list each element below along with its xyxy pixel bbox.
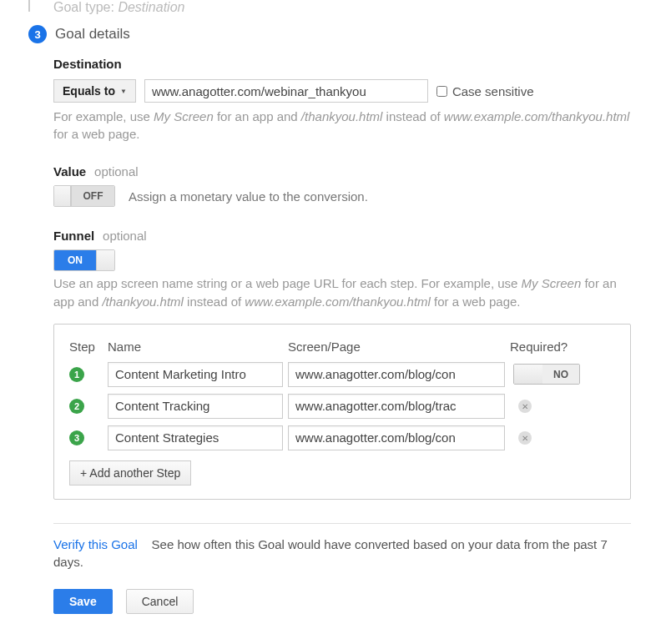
col-page: Screen/Page bbox=[288, 340, 505, 355]
save-button[interactable]: Save bbox=[53, 589, 113, 614]
chevron-down-icon: ▼ bbox=[120, 88, 127, 95]
value-label: Value bbox=[53, 164, 86, 179]
funnel-step-page-input[interactable] bbox=[288, 394, 505, 419]
step-header: 3 Goal details bbox=[10, 22, 656, 52]
funnel-hint: Use an app screen name string or a web p… bbox=[53, 274, 631, 311]
required-toggle[interactable]: NO bbox=[513, 364, 580, 385]
value-toggle[interactable]: OFF bbox=[53, 185, 115, 207]
funnel-step-name-input[interactable] bbox=[108, 394, 283, 419]
funnel-optional: optional bbox=[103, 229, 147, 243]
funnel-step-badge: 2 bbox=[69, 399, 84, 414]
remove-step-icon[interactable]: ✕ bbox=[518, 400, 532, 413]
remove-step-icon[interactable]: ✕ bbox=[518, 431, 532, 445]
funnel-toggle-label: ON bbox=[54, 250, 96, 270]
step-title: Goal details bbox=[55, 26, 130, 43]
funnel-step-page-input[interactable] bbox=[288, 425, 505, 450]
divider bbox=[53, 523, 631, 524]
funnel-step-page-input[interactable] bbox=[288, 362, 505, 387]
value-description: Assign a monetary value to the conversio… bbox=[129, 189, 368, 204]
cancel-button[interactable]: Cancel bbox=[126, 589, 194, 614]
step-number-badge: 3 bbox=[28, 25, 47, 43]
col-step: Step bbox=[69, 340, 103, 355]
toggle-handle bbox=[514, 365, 542, 384]
required-toggle-label: NO bbox=[542, 365, 579, 384]
funnel-step-name-input[interactable] bbox=[108, 362, 283, 387]
destination-url-input[interactable] bbox=[144, 79, 428, 103]
prev-step-value: Destination bbox=[118, 0, 184, 14]
value-optional: optional bbox=[94, 164, 139, 179]
previous-step-summary: Goal type: Destination bbox=[10, 0, 656, 22]
add-step-button[interactable]: + Add another Step bbox=[69, 460, 191, 486]
match-type-dropdown[interactable]: Equals to ▼ bbox=[53, 79, 136, 103]
funnel-toggle[interactable]: ON bbox=[53, 249, 115, 271]
funnel-step-badge: 3 bbox=[69, 430, 84, 445]
case-sensitive-checkbox[interactable] bbox=[436, 86, 447, 97]
value-toggle-label: OFF bbox=[71, 186, 114, 206]
funnel-step-name-input[interactable] bbox=[108, 425, 283, 450]
stepper-connector bbox=[28, 0, 30, 12]
destination-hint: For example, use My Screen for an app an… bbox=[53, 108, 631, 143]
funnel-steps-box: Step Name Screen/Page Required? 1 NO bbox=[53, 324, 631, 500]
col-required: Required? bbox=[510, 340, 585, 355]
verify-goal-link[interactable]: Verify this Goal bbox=[53, 537, 138, 551]
destination-heading: Destination bbox=[53, 57, 631, 71]
toggle-handle bbox=[96, 250, 114, 270]
case-sensitive-label: Case sensitive bbox=[452, 84, 534, 98]
col-name: Name bbox=[108, 340, 283, 355]
toggle-handle bbox=[54, 186, 71, 206]
match-type-label: Equals to bbox=[63, 84, 115, 98]
funnel-label: Funnel bbox=[53, 229, 94, 243]
prev-step-label: Goal type: bbox=[53, 0, 114, 14]
case-sensitive-wrap[interactable]: Case sensitive bbox=[436, 84, 534, 98]
funnel-step-badge: 1 bbox=[69, 367, 84, 382]
